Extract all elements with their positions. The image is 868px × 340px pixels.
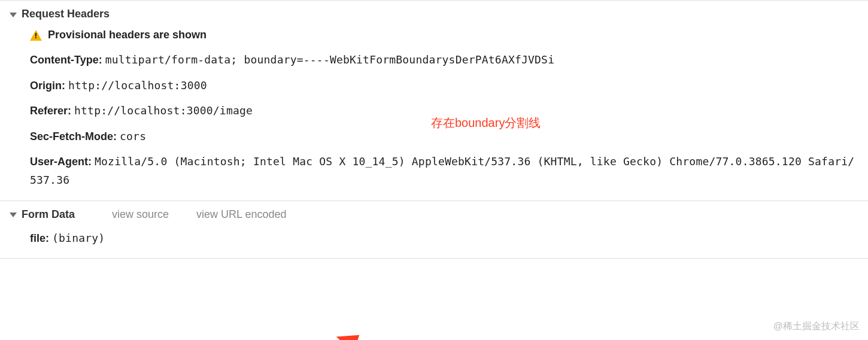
annotation-text: 存在boundary分割线 <box>431 115 541 131</box>
watermark: @稀土掘金技术社区 <box>773 320 860 333</box>
annotation-arrow-icon <box>0 259 868 340</box>
header-value: Mozilla/5.0 (Macintosh; Intel Mac OS X 1… <box>30 155 854 186</box>
triangle-down-icon <box>10 13 17 17</box>
form-value: (binary) <box>52 232 105 244</box>
header-value: http://localhost:3000 <box>68 79 207 92</box>
triangle-down-icon <box>10 212 17 217</box>
warning-icon: ! <box>30 30 42 41</box>
request-headers-section: Request Headers ! Provisional headers ar… <box>0 0 868 201</box>
form-field-file: file: (binary) <box>30 226 858 251</box>
view-source-link[interactable]: view source <box>112 208 169 221</box>
form-key: file: <box>30 232 49 244</box>
header-user-agent: User-Agent: Mozilla/5.0 (Macintosh; Inte… <box>30 149 858 193</box>
request-headers-toggle[interactable]: Request Headers <box>0 5 868 24</box>
request-headers-body: ! Provisional headers are shown Content-… <box>0 24 868 196</box>
form-data-section: Form Data view source view URL encoded f… <box>0 201 868 259</box>
header-origin: Origin: http://localhost:3000 <box>30 73 858 99</box>
header-value: multipart/form-data; boundary=----WebKit… <box>105 53 555 66</box>
view-url-encoded-link[interactable]: view URL encoded <box>196 208 286 221</box>
header-key: Origin: <box>30 80 65 92</box>
provisional-warning-text: Provisional headers are shown <box>48 29 207 41</box>
provisional-warning-row: ! Provisional headers are shown <box>30 25 858 47</box>
header-key: Sec-Fetch-Mode: <box>30 130 117 142</box>
header-key: User-Agent: <box>30 156 92 168</box>
header-key: Content-Type: <box>30 54 102 66</box>
form-data-body: file: (binary) <box>0 224 868 254</box>
request-headers-title: Request Headers <box>22 8 110 20</box>
form-data-toggle[interactable]: Form Data view source view URL encoded <box>0 206 868 224</box>
header-key: Referer: <box>30 105 71 117</box>
header-value: cors <box>120 130 146 142</box>
header-content-type: Content-Type: multipart/form-data; bound… <box>30 47 858 73</box>
form-data-title: Form Data <box>22 208 75 221</box>
header-value: http://localhost:3000/image <box>74 104 253 117</box>
